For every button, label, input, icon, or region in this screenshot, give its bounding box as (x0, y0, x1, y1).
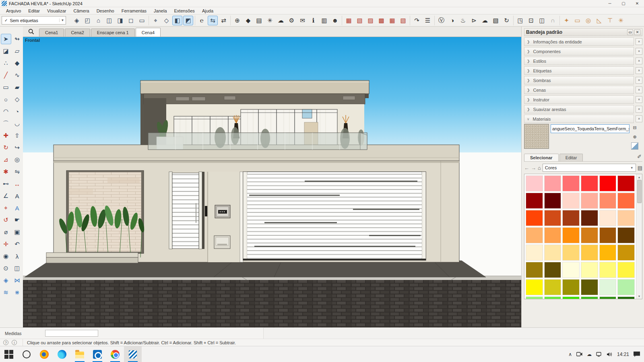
close-icon[interactable]: ✕ (636, 67, 642, 74)
color-swatch-r4c3[interactable] (562, 227, 580, 243)
palette-scrollbar[interactable]: ▲ ▼ (636, 174, 642, 299)
taskbar-start-button[interactable] (0, 346, 18, 362)
scroll-thumb[interactable] (637, 180, 642, 203)
scroll-up-icon[interactable]: ▲ (638, 174, 641, 180)
tray-expand-icon[interactable]: ∧ (568, 352, 572, 357)
vray-update-icon[interactable]: ↻ (502, 16, 512, 25)
scroll-down-icon[interactable]: ▼ (638, 293, 641, 299)
tray-section-sombras[interactable]: ❯Sombras (524, 76, 634, 84)
color-swatch-r3c3[interactable] (562, 210, 580, 226)
clock[interactable]: 14:21 (617, 352, 629, 357)
entry-door[interactable] (169, 172, 207, 249)
taskbar-explorer-app[interactable] (71, 346, 89, 362)
menu-item-janela[interactable]: Janela (150, 7, 170, 14)
axes-tool[interactable]: ⌖ (1, 203, 11, 213)
two-point-arc-tool[interactable]: ⌒ (1, 118, 11, 129)
cloud-download-icon[interactable]: ☁ (276, 16, 286, 25)
materials-tab-editar[interactable]: Editar (559, 154, 583, 161)
extension-circle-icon[interactable]: ⊕ (232, 16, 242, 25)
tray-section-materiais[interactable]: ∨Materiais (524, 115, 634, 123)
color-swatch-r6c3[interactable] (562, 262, 580, 278)
taskbar-chrome-app[interactable] (106, 346, 124, 362)
color-swatch-r5c3[interactable] (562, 245, 580, 261)
pie-tool[interactable]: ◔ (12, 106, 23, 117)
color-swatch-r8c6[interactable] (617, 296, 635, 299)
forward-arrow-icon[interactable]: → (531, 165, 536, 171)
top-view-icon[interactable]: ◻ (126, 16, 136, 25)
enscape-start-icon[interactable]: ℮ (197, 16, 207, 25)
color-swatch-r1c1[interactable] (526, 175, 543, 191)
plugin-shield-download[interactable]: ◈ (1, 275, 11, 286)
color-swatch-r5c1[interactable] (526, 245, 543, 261)
vray-asset-editor-icon[interactable]: ◑ (447, 16, 457, 25)
rect-light-icon[interactable]: ▭ (572, 16, 582, 25)
look-around-tool[interactable]: ⊙ (1, 263, 11, 274)
collection-dropdown[interactable]: Cores ▼ (543, 164, 636, 172)
tray-section-componentes[interactable]: ❯Componentes (524, 47, 634, 56)
close-icon[interactable]: ✕ (636, 48, 642, 55)
color-swatch-r4c1[interactable] (526, 227, 543, 243)
color-sheets-icon[interactable]: ▤ (254, 16, 264, 25)
position-camera-tool[interactable]: ◉ (1, 251, 11, 261)
arc-tool[interactable]: ◠ (1, 106, 11, 117)
preferences-gear-icon[interactable]: ⚙ (287, 16, 297, 25)
close-icon[interactable]: ✕ (636, 38, 642, 45)
scene-tab-cena2[interactable]: Cena2 (65, 29, 90, 37)
scene-tab-enscape-cena-1[interactable]: Enscape cena 1 (91, 29, 135, 37)
color-swatch-r8c3[interactable] (562, 296, 580, 299)
close-icon[interactable]: ✕ (636, 96, 642, 103)
color-swatch-r7c1[interactable] (526, 279, 543, 295)
plugin-weave[interactable]: ⋇ (12, 287, 23, 298)
balcony-glass-railing[interactable] (148, 133, 367, 150)
circle-tool[interactable]: ○ (1, 94, 11, 105)
material-name-field[interactable]: angueSeco_ToquedaTerra_SemForm_sl (551, 124, 630, 133)
tray-section-estilos[interactable]: ❯Estilos (524, 57, 634, 65)
planter-box[interactable] (46, 253, 138, 263)
taskbar-sketchup-app[interactable] (124, 346, 142, 362)
walk-tool[interactable]: λ (12, 251, 23, 261)
garage-door[interactable] (243, 172, 426, 260)
scene-tab-cena1[interactable]: Cena1 (39, 29, 64, 37)
network-icon[interactable] (596, 352, 602, 357)
color-swatch-r8c4[interactable] (581, 296, 598, 299)
pan-tool[interactable]: ☛ (12, 215, 23, 225)
color-swatch-r7c4[interactable] (581, 279, 598, 295)
tape-measure-tool[interactable]: ⊷ (1, 179, 11, 189)
entry-pillar[interactable] (208, 172, 243, 262)
color-swatch-r1c2[interactable] (544, 175, 561, 191)
color-swatch-r1c3[interactable] (562, 175, 580, 191)
color-swatch-r1c4[interactable] (581, 175, 598, 191)
color-swatch-r4c4[interactable] (581, 227, 598, 243)
move-tool[interactable]: ✚ (1, 130, 11, 141)
sphere-light-icon[interactable]: ◎ (583, 16, 593, 25)
polygon-tool[interactable]: ◇ (12, 94, 23, 105)
tags-dropdown[interactable]: ✓ Sem etiquetas ▼ (2, 16, 66, 25)
text-tool[interactable]: A (12, 191, 23, 201)
geolocation-help-icon[interactable]: ? (3, 340, 8, 345)
dimension-tool[interactable]: ↔ (12, 179, 23, 189)
materials-tab-selecionar[interactable]: Selecionar (524, 154, 559, 161)
color-swatch-r7c2[interactable] (544, 279, 561, 295)
front-view-icon[interactable]: ◰ (83, 16, 93, 25)
material-swap-icon[interactable]: ▦ (387, 16, 397, 25)
vray-frame-buffer-icon[interactable]: ▧ (491, 16, 501, 25)
lasso-tool[interactable]: ↬ (12, 34, 23, 44)
color-swatch-r4c5[interactable] (599, 227, 617, 243)
secondary-pane-icon[interactable]: ⊟ (631, 124, 638, 131)
menu-item-desenho[interactable]: Desenho (93, 7, 118, 14)
back-arrow-icon[interactable]: ← (524, 165, 529, 171)
color-swatch-r8c5[interactable] (599, 296, 617, 299)
batch-render-icon[interactable]: ◫ (537, 16, 547, 25)
tray-pin-icon[interactable]: ▭ (627, 29, 633, 35)
sample-paint-dropper-icon[interactable]: ✐ (637, 154, 642, 160)
taskbar-edge-app[interactable] (53, 346, 71, 362)
3d-text-tool[interactable]: A (12, 203, 23, 213)
rotate-tool[interactable]: ↻ (1, 142, 11, 153)
offset-tool[interactable]: ◎ (12, 154, 23, 165)
material-eyedrop-icon[interactable]: ▩ (376, 16, 386, 25)
line-tool[interactable]: ╱ (1, 70, 11, 80)
previous-view-tool[interactable]: ↶ (12, 239, 23, 249)
close-icon[interactable]: ✕ (636, 106, 642, 113)
color-swatch-r6c1[interactable] (526, 262, 543, 278)
vray-cloud-render-icon[interactable]: ☁ (480, 16, 490, 25)
